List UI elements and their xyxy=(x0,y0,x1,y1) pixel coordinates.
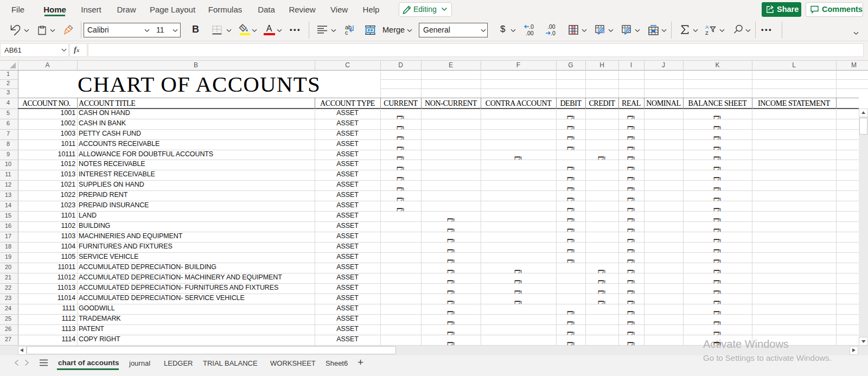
svg-text:.0: .0 xyxy=(529,24,534,30)
svg-text:.0: .0 xyxy=(551,30,556,36)
svg-text:.00: .00 xyxy=(526,30,534,36)
svg-text:Z: Z xyxy=(705,30,709,36)
svg-text:.00: .00 xyxy=(547,24,556,30)
svg-text:c: c xyxy=(345,29,348,35)
svg-text:A: A xyxy=(705,24,709,30)
